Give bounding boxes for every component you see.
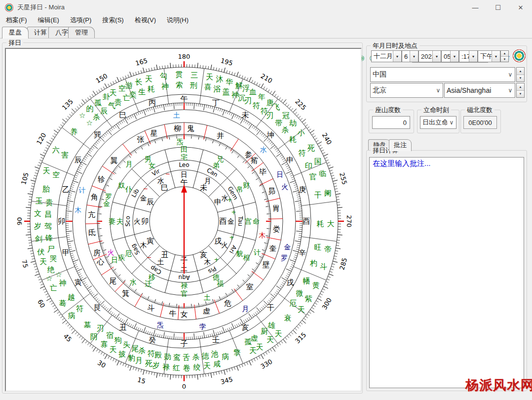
minute-tick <box>235 152 236 153</box>
minute-tick <box>88 152 91 154</box>
branch-label: 丑 <box>161 250 168 259</box>
menu-options[interactable]: 选项(P) <box>65 15 96 26</box>
spin-up-icon[interactable]: ▲ <box>517 83 524 91</box>
mountain-label: 酉 <box>303 217 310 226</box>
minute-tick <box>205 304 205 306</box>
tab-star-chart[interactable]: 星盘 <box>2 27 29 39</box>
minimize-button[interactable]: — <box>464 0 487 15</box>
degree-tick <box>52 305 55 307</box>
year-select[interactable]: 2023 ▼ <box>418 50 441 62</box>
minute-tick <box>153 107 155 113</box>
annotation-textarea[interactable]: 在这里输入批注... <box>369 157 524 388</box>
minute-tick <box>107 260 109 261</box>
country-select[interactable]: 中国 ∨ <box>370 67 515 82</box>
minute-tick <box>69 193 72 193</box>
degree-tick <box>128 365 129 368</box>
minute-tick <box>142 329 143 332</box>
tab-manage[interactable]: 管理 <box>68 27 95 38</box>
chevron-down-icon[interactable]: ▼ <box>450 51 458 62</box>
chevron-down-icon[interactable]: ▼ <box>469 51 477 62</box>
minute-tick <box>82 281 85 282</box>
chevron-down-icon[interactable]: ▼ <box>432 51 441 62</box>
shensha-label: 天 <box>256 343 263 352</box>
chevron-down-icon[interactable]: ▼ <box>492 51 500 62</box>
minute-tick <box>67 207 70 207</box>
shensha-label: 杀 <box>93 113 100 121</box>
datetime-group-label: 年月日时及地点 <box>371 41 419 50</box>
chevron-down-icon[interactable]: ∨ <box>447 117 456 128</box>
city-stepper[interactable]: ▲ ▼ <box>516 83 525 98</box>
minute-tick <box>210 302 211 304</box>
minute-tick <box>152 141 152 143</box>
minute-tick <box>252 171 256 174</box>
shensha-label: 沐 <box>216 75 223 83</box>
mountain-label: 巽 <box>94 130 101 139</box>
minute-tick <box>133 290 134 291</box>
degree-tick <box>261 83 264 88</box>
menu-help[interactable]: 说明(H) <box>162 15 193 26</box>
mansion-cusp <box>85 223 100 224</box>
menu-edit[interactable]: 编辑(E) <box>33 15 64 26</box>
degree-tick <box>308 312 311 314</box>
maximize-button[interactable]: ☐ <box>487 0 509 15</box>
minute-tick <box>235 325 236 327</box>
minute-tick <box>118 164 120 166</box>
chevron-down-icon[interactable]: ∨ <box>506 68 515 81</box>
astrology-wheel[interactable]: 0153045607590105120135150165180195210225… <box>6 49 361 391</box>
menu-view[interactable]: 检视(V) <box>130 15 161 26</box>
minute-tick <box>68 197 71 197</box>
minute-tick <box>212 302 212 304</box>
minute-tick <box>259 261 261 262</box>
minute-tick <box>164 137 165 139</box>
minute-tick <box>113 126 115 129</box>
spin-up-icon[interactable]: ▲ <box>501 51 508 57</box>
degree-tick <box>49 301 52 302</box>
minute-tick <box>262 254 264 255</box>
spin-up-icon[interactable]: ▲ <box>517 68 524 75</box>
house-label: 弟 <box>213 161 220 169</box>
chevron-down-icon[interactable]: ∨ <box>506 83 515 97</box>
degree-tick <box>133 73 134 76</box>
timezone-select[interactable]: Asia/Shanghai ∨ <box>444 83 515 98</box>
minute-tick <box>264 190 266 191</box>
mountain-divider <box>199 69 204 104</box>
minute-tick <box>295 255 298 256</box>
menu-file[interactable]: 档案(F) <box>1 15 32 26</box>
degree-tick <box>170 63 171 68</box>
ampm-select[interactable]: 下午 ▼ <box>478 50 500 62</box>
minute-tick <box>291 177 294 178</box>
spin-down-icon[interactable]: ▼ <box>501 57 508 62</box>
menu-search[interactable]: 搜索(S) <box>97 15 128 26</box>
chart-canvas[interactable]: 0153045607590105120135150165180195210225… <box>5 48 362 392</box>
target-logo-icon[interactable] <box>513 49 526 62</box>
house-label: 禄 <box>181 281 188 289</box>
day-select[interactable]: 6 ▼ <box>402 50 418 62</box>
sitting-degree-input[interactable]: 0 <box>372 116 410 129</box>
magnetic-degree-button[interactable]: 0E00'00 <box>463 116 497 129</box>
minute-select[interactable]: :17 ▼ <box>459 50 478 62</box>
minute-tick <box>274 147 276 149</box>
datetime-stepper[interactable]: ▲ ▼ <box>500 50 509 62</box>
chevron-down-icon[interactable]: ▼ <box>410 51 418 62</box>
spin-down-icon[interactable]: ▼ <box>517 91 524 98</box>
minute-tick <box>268 300 270 302</box>
chevron-down-icon[interactable]: ▼ <box>393 51 401 62</box>
city-select[interactable]: 北京 ∨ <box>370 83 443 98</box>
tab-annotation[interactable]: 批注 <box>389 139 412 151</box>
close-button[interactable]: ✕ <box>509 0 532 15</box>
minute-tick <box>275 148 277 150</box>
degree-tick <box>81 337 83 340</box>
degree-tick <box>51 138 53 139</box>
palace-divider <box>193 255 203 293</box>
shensha-label: 旺 <box>314 243 321 252</box>
hour-select[interactable]: 05 ▼ <box>441 50 459 62</box>
spin-down-icon[interactable]: ▼ <box>517 75 524 82</box>
chevron-down-icon[interactable]: ∨ <box>434 83 443 97</box>
degree-tick <box>299 324 301 326</box>
branch-label: 寅 <box>147 237 154 245</box>
mountain-label: 癸 <box>149 335 156 344</box>
month-select[interactable]: 十二月 ▼ <box>371 50 402 62</box>
liming-select[interactable]: 日出立命 ∨ <box>420 116 456 129</box>
minute-tick <box>277 152 280 154</box>
country-stepper[interactable]: ▲ ▼ <box>516 67 525 82</box>
